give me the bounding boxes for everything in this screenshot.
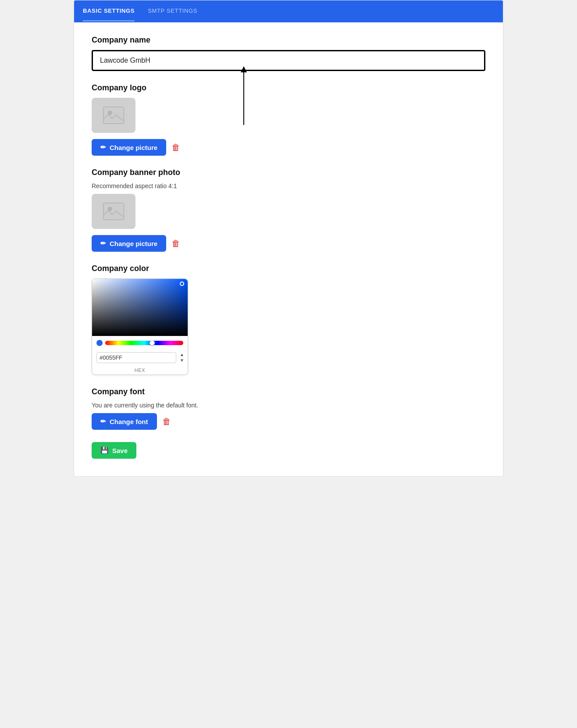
trash-icon: 🗑: [171, 143, 180, 153]
color-circle-preview: [96, 340, 103, 346]
tab-basic-settings[interactable]: BASIC SETTINGS: [83, 1, 135, 21]
main-content: Company name Company logo ✏ Change pictu…: [74, 22, 503, 476]
company-name-input[interactable]: [92, 50, 485, 71]
color-hex-row: ▲ ▼: [92, 350, 188, 368]
change-font-button[interactable]: ✏ Change font: [92, 413, 157, 430]
company-banner-label: Company banner photo: [92, 168, 485, 177]
company-banner-section: Company banner photo Recommended aspect …: [92, 168, 485, 252]
trash-icon-banner: 🗑: [171, 239, 180, 249]
company-font-btn-row: ✏ Change font 🗑: [92, 413, 485, 430]
save-label: Save: [112, 447, 128, 454]
hex-decrement-button[interactable]: ▼: [179, 358, 185, 363]
hue-slider[interactable]: [105, 341, 183, 345]
image-placeholder-icon: [103, 104, 125, 126]
delete-font-button[interactable]: 🗑: [162, 417, 171, 427]
color-gradient-handle[interactable]: [180, 282, 184, 286]
change-logo-label: Change picture: [110, 144, 157, 151]
svg-rect-2: [103, 203, 124, 220]
company-color-label: Company color: [92, 264, 485, 273]
pencil-icon: ✏: [100, 143, 106, 151]
pencil-icon-banner: ✏: [100, 239, 106, 247]
pencil-icon-font: ✏: [100, 418, 106, 425]
settings-page: BASIC SETTINGS SMTP SETTINGS Company nam…: [74, 0, 503, 477]
change-font-label: Change font: [110, 418, 148, 425]
banner-placeholder-icon: [103, 200, 125, 222]
company-name-label: Company name: [92, 36, 485, 45]
company-logo-section: Company logo ✏ Change picture 🗑: [92, 83, 485, 156]
hex-increment-button[interactable]: ▲: [179, 352, 185, 357]
save-icon: 💾: [100, 446, 109, 454]
company-logo-placeholder: [92, 98, 135, 133]
change-logo-button[interactable]: ✏ Change picture: [92, 139, 166, 156]
company-name-section: Company name: [92, 36, 485, 71]
company-banner-placeholder: [92, 194, 135, 229]
company-font-subtext: You are currently using the default font…: [92, 402, 485, 409]
company-color-section: Company color ▲ ▼: [92, 264, 485, 375]
trash-icon-font: 🗑: [162, 417, 171, 427]
hex-label: HEX: [92, 368, 188, 375]
arrow-line: [243, 72, 244, 125]
arrow-annotation: [241, 66, 247, 125]
company-logo-btn-row: ✏ Change picture 🗑: [92, 139, 485, 156]
hex-input[interactable]: [96, 352, 176, 363]
color-picker[interactable]: ▲ ▼ HEX: [92, 278, 188, 375]
company-font-label: Company font: [92, 387, 485, 396]
change-banner-button[interactable]: ✏ Change picture: [92, 235, 166, 252]
company-banner-subtext: Recommended aspect ratio 4:1: [92, 182, 485, 189]
save-button[interactable]: 💾 Save: [92, 442, 136, 459]
hex-spinners: ▲ ▼: [179, 352, 185, 363]
color-gradient-area[interactable]: [92, 279, 188, 336]
svg-rect-0: [103, 107, 124, 124]
hue-slider-handle[interactable]: [150, 340, 155, 346]
company-font-section: Company font You are currently using the…: [92, 387, 485, 430]
delete-logo-button[interactable]: 🗑: [171, 143, 180, 153]
delete-banner-button[interactable]: 🗑: [171, 239, 180, 249]
company-banner-btn-row: ✏ Change picture 🗑: [92, 235, 485, 252]
change-banner-label: Change picture: [110, 240, 157, 247]
company-logo-label: Company logo: [92, 83, 485, 93]
tab-smtp-settings[interactable]: SMTP SETTINGS: [148, 1, 197, 21]
arrow-head-icon: [241, 66, 247, 72]
save-row: 💾 Save: [92, 442, 485, 459]
color-hue-row: [92, 336, 188, 350]
tab-bar: BASIC SETTINGS SMTP SETTINGS: [74, 0, 503, 22]
